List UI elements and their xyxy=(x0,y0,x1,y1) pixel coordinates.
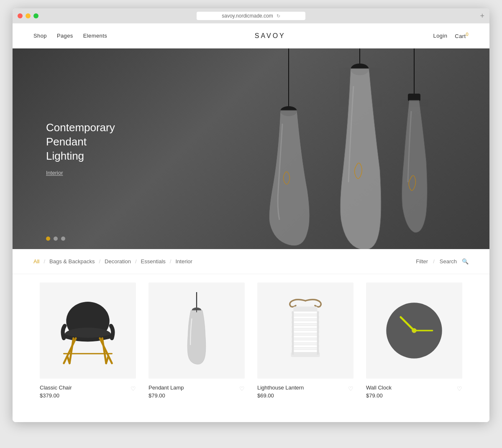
product-image-lamp xyxy=(149,283,245,379)
product-image-lantern xyxy=(257,283,353,379)
wishlist-lamp[interactable]: ♡ xyxy=(239,385,245,392)
svg-rect-29 xyxy=(292,311,294,355)
svg-rect-26 xyxy=(292,345,319,348)
product-price-clock: $79.00 xyxy=(366,392,392,399)
product-info-lamp: Pendant Lamp $79.00 ♡ xyxy=(149,384,245,399)
product-name-chair: Classic Chair xyxy=(40,384,72,391)
svg-rect-27 xyxy=(292,350,319,352)
filter-sep-right: / xyxy=(433,258,435,265)
hero-image xyxy=(172,48,464,249)
site-header: Shop Pages Elements SAVOY Login Cart0 xyxy=(13,23,489,48)
svg-rect-19 xyxy=(292,311,319,314)
nav-cart[interactable]: Cart0 xyxy=(455,32,469,39)
svg-rect-5 xyxy=(408,94,420,101)
hero-dot-1[interactable] xyxy=(46,237,50,241)
product-price-lamp: $79.00 xyxy=(149,392,184,399)
sep-3: / xyxy=(135,258,137,265)
svg-line-13 xyxy=(68,357,70,363)
product-info-clock: Wall Clock $79.00 ♡ xyxy=(366,384,462,399)
search-button[interactable]: Search xyxy=(440,258,457,265)
filter-interior[interactable]: Interior xyxy=(175,258,192,265)
sep-1: / xyxy=(44,258,45,265)
product-card-clock[interactable]: Wall Clock $79.00 ♡ xyxy=(360,274,469,405)
minimize-button[interactable] xyxy=(26,13,31,18)
nav-right: Login Cart0 xyxy=(433,32,469,39)
product-card-lamp[interactable]: Pendant Lamp $79.00 ♡ xyxy=(142,274,251,405)
svg-rect-23 xyxy=(292,331,319,333)
nav-left: Shop Pages Elements xyxy=(33,33,107,39)
maximize-button[interactable] xyxy=(33,13,38,18)
hero-banner: Contemporary Pendant Lighting Interior xyxy=(13,48,489,249)
svg-rect-25 xyxy=(292,340,319,343)
filter-all[interactable]: All xyxy=(33,258,39,265)
nav-elements[interactable]: Elements xyxy=(83,33,107,39)
svg-line-14 xyxy=(106,357,108,363)
product-price-chair: $379.00 xyxy=(40,392,72,399)
browser-window: savoy.nordicmade.com ↻ + Shop Pages Elem… xyxy=(13,8,489,422)
search-icon[interactable]: 🔍 xyxy=(462,258,469,265)
cart-count: 0 xyxy=(466,32,469,37)
url-text: savoy.nordicmade.com xyxy=(222,13,273,19)
filter-bags[interactable]: Bags & Backpacks xyxy=(49,258,95,265)
filter-bar: All / Bags & Backpacks / Decoration / Es… xyxy=(13,249,489,274)
nav-pages[interactable]: Pages xyxy=(57,33,73,39)
product-info-chair: Classic Chair $379.00 ♡ xyxy=(40,384,136,399)
nav-login[interactable]: Login xyxy=(433,33,448,39)
hero-dot-3[interactable] xyxy=(61,237,65,241)
filter-button[interactable]: Filter xyxy=(416,258,428,265)
hero-pagination xyxy=(46,237,65,241)
product-info-lantern: Lighthouse Lantern $69.00 ♡ xyxy=(257,384,353,399)
hero-dot-2[interactable] xyxy=(54,237,58,241)
nav-shop[interactable]: Shop xyxy=(33,33,47,39)
svg-rect-22 xyxy=(292,326,319,328)
browser-titlebar: savoy.nordicmade.com ↻ + xyxy=(13,8,489,23)
svg-rect-18 xyxy=(293,307,318,312)
product-name-lamp: Pendant Lamp xyxy=(149,384,184,391)
wishlist-clock[interactable]: ♡ xyxy=(457,385,462,392)
category-filters: All / Bags & Backpacks / Decoration / Es… xyxy=(33,258,416,265)
product-image-chair xyxy=(40,283,136,379)
hero-title: Contemporary Pendant Lighting xyxy=(46,121,138,163)
product-image-clock xyxy=(366,283,462,379)
wishlist-lantern[interactable]: ♡ xyxy=(348,385,353,392)
product-card-lantern[interactable]: Lighthouse Lantern $69.00 ♡ xyxy=(251,274,360,405)
filter-right: Filter / Search 🔍 xyxy=(416,258,469,265)
new-tab-button[interactable]: + xyxy=(480,12,484,20)
svg-rect-28 xyxy=(291,352,320,357)
product-grid: Classic Chair $379.00 ♡ xyxy=(13,274,489,422)
product-name-clock: Wall Clock xyxy=(366,384,392,391)
hero-subtitle[interactable]: Interior xyxy=(46,170,63,176)
wishlist-chair[interactable]: ♡ xyxy=(131,385,136,392)
site-content: Shop Pages Elements SAVOY Login Cart0 xyxy=(13,23,489,422)
hero-content: Contemporary Pendant Lighting Interior xyxy=(46,121,138,176)
close-button[interactable] xyxy=(18,13,23,18)
filter-decoration[interactable]: Decoration xyxy=(105,258,131,265)
sep-2: / xyxy=(99,258,100,265)
filter-essentials[interactable]: Essentials xyxy=(141,258,166,265)
svg-rect-24 xyxy=(292,336,319,338)
product-price-lantern: $69.00 xyxy=(257,392,304,399)
svg-rect-30 xyxy=(317,311,319,355)
product-name-lantern: Lighthouse Lantern xyxy=(257,384,304,391)
site-logo: SAVOY xyxy=(107,32,433,40)
sep-4: / xyxy=(170,258,172,265)
browser-traffic-lights xyxy=(18,13,38,18)
svg-rect-21 xyxy=(292,321,319,323)
reload-icon[interactable]: ↻ xyxy=(277,13,280,19)
address-bar[interactable]: savoy.nordicmade.com ↻ xyxy=(197,12,305,20)
svg-rect-20 xyxy=(292,316,319,319)
product-card-chair[interactable]: Classic Chair $379.00 ♡ xyxy=(33,274,142,405)
